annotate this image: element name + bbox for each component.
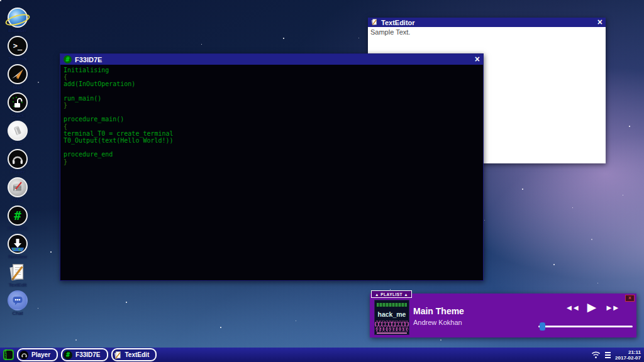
- playlist-toggle-button[interactable]: ▲ PLAYLIST ▲: [371, 290, 412, 298]
- dock-item-label: F33ID7E: [8, 226, 28, 232]
- hash-icon: #: [8, 206, 28, 226]
- taskbar-button-player[interactable]: Player: [17, 348, 58, 361]
- start-button[interactable]: [ ]: [3, 349, 14, 360]
- dock-item-hws[interactable]: HWS: [8, 177, 28, 204]
- dock-item-label: NetView: [8, 254, 27, 260]
- paper-plane-icon: [8, 64, 28, 84]
- dock-item-label: Chat: [13, 310, 23, 317]
- player-controls: ◄◄ ► ►►: [551, 300, 633, 315]
- code-line: {: [64, 123, 480, 130]
- taskbar-button-textedit[interactable]: TextEdit: [111, 348, 157, 361]
- dock-item-label: Player: [11, 169, 25, 175]
- seek-thumb[interactable]: [540, 322, 545, 331]
- clock-time: 21:11: [615, 349, 641, 355]
- code-line: }: [64, 158, 480, 165]
- window-title: TextEditor: [381, 19, 415, 26]
- system-tray: 21:11 2017-02-07: [591, 349, 641, 361]
- previous-track-icon[interactable]: ◄◄: [565, 303, 579, 312]
- code-line: [64, 144, 480, 151]
- code-line: [64, 88, 480, 95]
- headphones-icon: [19, 351, 28, 359]
- can-icon: [8, 121, 28, 141]
- seek-bar[interactable]: [538, 326, 633, 327]
- dock-item-label: Crack: [11, 112, 25, 119]
- dock-item-terminal[interactable]: >_ Terminal: [8, 36, 28, 62]
- texteditor-titlebar[interactable]: TextEditor ×: [368, 18, 606, 27]
- dock-item-label: Mail: [13, 84, 23, 90]
- next-track-icon[interactable]: ►►: [605, 303, 619, 312]
- database-syringe-icon: [8, 177, 28, 197]
- dock-item-player[interactable]: Player: [8, 149, 28, 175]
- wifi-icon[interactable]: [591, 351, 601, 359]
- dock-item-crack[interactable]: Crack: [8, 92, 28, 119]
- code-line: [64, 109, 480, 116]
- player-window: ▲ PLAYLIST ▲ x hack_me Main Theme Andrew…: [370, 293, 636, 337]
- track-info: Main Theme Andrew Kokhan: [413, 306, 464, 326]
- taskbar-button-label: TextEdit: [125, 351, 150, 358]
- close-icon[interactable]: ×: [597, 18, 602, 27]
- dock-item-label: TextEdit: [9, 282, 26, 288]
- dock-item-chat[interactable]: Chat: [8, 290, 28, 317]
- menu-icon[interactable]: [605, 352, 611, 358]
- dock-item-label: Browser: [8, 28, 26, 34]
- clock: 21:11 2017-02-07: [615, 349, 641, 361]
- headphones-icon: [8, 149, 28, 169]
- taskbar-button-f33id7e[interactable]: # F33ID7E: [61, 348, 108, 361]
- dock-item-browser[interactable]: Browser: [8, 8, 28, 34]
- play-icon[interactable]: ►: [584, 300, 599, 315]
- terminal-icon: >_: [8, 36, 28, 56]
- code-line: Initialising: [64, 67, 480, 74]
- download-globe-icon: [8, 234, 28, 254]
- dock-item-label: Terminal: [8, 56, 27, 62]
- open-padlock-icon: [8, 92, 28, 112]
- code-line: T0_Output(text(Hello World!)): [64, 137, 480, 144]
- dock-item-textedit[interactable]: TextEdit: [8, 262, 27, 288]
- code-line: }: [64, 102, 480, 109]
- track-title: Main Theme: [413, 306, 464, 316]
- notepad-icon: [8, 262, 27, 282]
- close-icon[interactable]: ×: [475, 55, 480, 64]
- hash-icon: #: [64, 55, 72, 63]
- taskbar: [ ] Player # F33ID7E TextEdit: [0, 348, 644, 362]
- dock-item-clc[interactable]: CLC: [8, 121, 28, 147]
- album-art-pixel-strip: [377, 303, 407, 307]
- code-line: procedure_main(): [64, 116, 480, 123]
- notepad-icon: [114, 351, 122, 359]
- globe-icon: [8, 8, 28, 28]
- hash-icon: #: [64, 351, 72, 359]
- dock: Browser >_ Terminal Mail Crack: [3, 8, 32, 317]
- code-line: {: [64, 74, 480, 80]
- dock-item-label: HWS: [12, 197, 24, 204]
- code-line: run_main(): [64, 95, 480, 102]
- taskbar-button-label: Player: [31, 351, 50, 358]
- album-art-caption-line: [377, 332, 407, 334]
- clock-date: 2017-02-07: [615, 355, 641, 361]
- f33id7e-titlebar[interactable]: # F33ID7E ×: [60, 54, 483, 65]
- taskbar-button-label: F33ID7E: [75, 351, 100, 358]
- album-art-title: hack_me: [375, 310, 409, 318]
- album-art-grid: [375, 321, 409, 332]
- notepad-icon: [371, 17, 378, 28]
- chat-bubble-icon: [8, 290, 28, 310]
- code-editor[interactable]: Initialising { add(InOutOperation) run_m…: [60, 65, 483, 167]
- dock-item-f33id7e[interactable]: # F33ID7E: [8, 206, 28, 232]
- code-line: add(InOutOperation): [64, 80, 480, 87]
- dock-item-mail[interactable]: Mail: [8, 64, 28, 90]
- f33id7e-window: # F33ID7E × Initialising { add(InOutOper…: [60, 53, 484, 281]
- start-icon: [ ]: [4, 351, 13, 359]
- dock-item-label: CLC: [13, 141, 23, 147]
- track-artist: Andrew Kokhan: [413, 319, 464, 326]
- album-art: hack_me: [374, 300, 409, 335]
- code-line: procedure_end: [64, 151, 480, 158]
- code-line: terminal_T0 = create_terminal: [64, 130, 480, 137]
- desktop: Browser >_ Terminal Mail Crack: [0, 0, 644, 362]
- dock-item-netview[interactable]: NetView: [8, 234, 28, 260]
- window-title: F33ID7E: [75, 56, 102, 63]
